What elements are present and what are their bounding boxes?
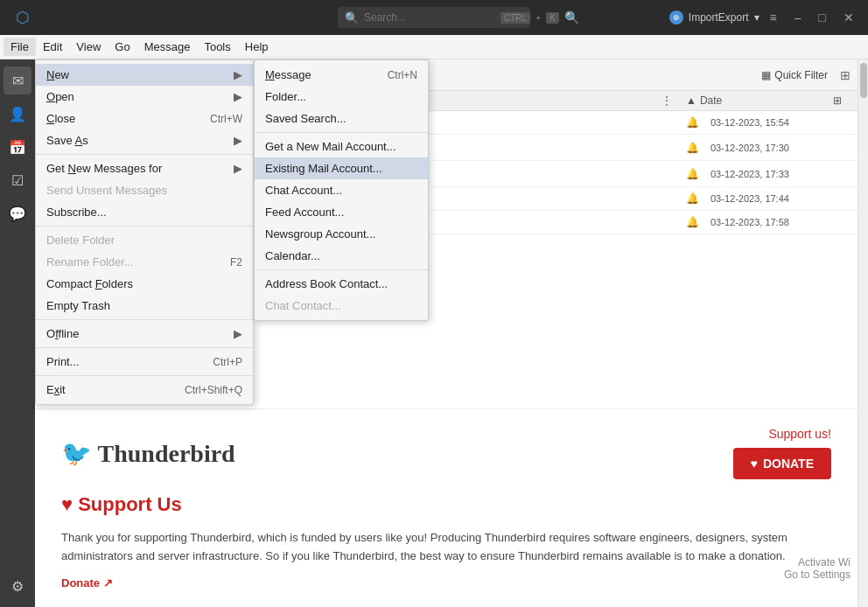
menu-tools[interactable]: Tools xyxy=(197,38,237,56)
menu-item-deletefolder[interactable]: Delete Folder xyxy=(36,229,253,251)
separator-5 xyxy=(36,375,253,376)
getnewmsg-arrow-icon: ▶ xyxy=(234,162,242,175)
msg-date-4: 03-12-2023, 17:44 xyxy=(710,193,850,204)
menu-item-exit-label: Exit xyxy=(46,383,66,396)
account-info: ⊕ ImportExport ▾ ≡ – □ ✕ xyxy=(669,9,859,26)
menu-item-subscribe[interactable]: Subscribe... xyxy=(36,201,253,223)
submenu-item-existingmailaccount[interactable]: Existing Mail Account... xyxy=(255,157,428,179)
menu-go[interactable]: Go xyxy=(108,38,136,56)
menu-item-exit[interactable]: Exit Ctrl+Shift+Q xyxy=(36,379,253,401)
submenu-item-newmailaccount-label: Get a New Mail Account... xyxy=(265,140,396,153)
open-arrow-icon: ▶ xyxy=(234,90,242,103)
submenu-item-chataccount[interactable]: Chat Account... xyxy=(255,179,428,201)
msg-date-5: 03-12-2023, 17:58 xyxy=(710,217,850,227)
print-shortcut: Ctrl+P xyxy=(213,356,242,368)
menu-item-print[interactable]: Print... Ctrl+P xyxy=(36,351,253,373)
quick-filter-button[interactable]: ▦ Quick Filter xyxy=(756,66,833,84)
search-bar[interactable]: 🔍 CTRL + K 🔍 xyxy=(338,7,530,28)
hamburger-icon[interactable]: ≡ xyxy=(765,9,782,26)
col-header-extra: ⊞ xyxy=(833,94,850,107)
calendar-icon[interactable]: 📅 xyxy=(4,133,32,161)
close-button[interactable]: ✕ xyxy=(838,9,859,26)
submenu-item-contact[interactable]: Address Book Contact... xyxy=(255,273,428,295)
menu-item-compactfolders[interactable]: Compact Folders xyxy=(36,273,253,295)
titlebar: ⬡ 🔍 CTRL + K 🔍 ⊕ ImportExport ▾ ≡ – □ ✕ xyxy=(0,0,868,35)
scrollbar[interactable] xyxy=(858,59,868,607)
support-area: 🐦 Thunderbird Support us! ♥ DONATE ♥ Sup… xyxy=(35,408,858,607)
thunderbird-logo-text: 🐦 Thunderbird xyxy=(61,439,235,468)
date-col-label: Date xyxy=(700,94,722,107)
submenu-item-newmailaccount[interactable]: Get a New Mail Account... xyxy=(255,136,428,157)
menu-item-sendunsent[interactable]: Send Unsent Messages xyxy=(36,179,253,201)
submenu-item-newsgroupaccount[interactable]: Newsgroup Account... xyxy=(255,223,428,245)
menu-item-renamefolder-label: Rename Folder... xyxy=(46,255,134,269)
tasks-icon[interactable]: ☑ xyxy=(4,166,32,194)
new-arrow-icon: ▶ xyxy=(234,68,242,81)
menu-item-compactfolders-label: Compact Folders xyxy=(46,277,133,290)
menu-item-getnewmsg[interactable]: Get New Messages for ▶ xyxy=(36,157,253,179)
msg-thread-5: 🔔 xyxy=(686,216,704,228)
separator-1 xyxy=(36,154,253,155)
menu-item-saveas-label: Save As xyxy=(46,134,88,147)
submenu-item-message[interactable]: Message Ctrl+N xyxy=(255,64,428,86)
menu-item-renamefolder[interactable]: Rename Folder... F2 xyxy=(36,251,253,273)
menu-help[interactable]: Help xyxy=(238,38,276,56)
date-sort-up-icon: ▲ xyxy=(686,94,696,107)
file-menu: New ▶ Open ▶ Close Ctrl+W Save As ▶ Get … xyxy=(35,59,254,405)
sidebar-icons: ✉ 👤 📅 ☑ 💬 ⚙ xyxy=(0,59,35,607)
submenu-item-folder-label: Folder... xyxy=(265,90,306,103)
maximize-button[interactable]: □ xyxy=(814,9,831,26)
submenu-item-savedsearch[interactable]: Saved Search... xyxy=(255,108,428,129)
submenu-item-calendar[interactable]: Calendar... xyxy=(255,245,428,267)
submenu-item-folder[interactable]: Folder... xyxy=(255,86,428,108)
menu-item-offline[interactable]: Offline ▶ xyxy=(36,323,253,345)
account-dot: ⊕ xyxy=(669,10,683,24)
msg-thread-4: 🔔 xyxy=(686,192,704,205)
submenu-item-feedaccount[interactable]: Feed Account... xyxy=(255,201,428,223)
menu-item-saveas[interactable]: Save As ▶ xyxy=(36,129,253,151)
donate-link[interactable]: Donate ↗ xyxy=(61,576,113,590)
menu-message[interactable]: Message xyxy=(137,38,198,56)
submenu-item-savedsearch-label: Saved Search... xyxy=(265,112,346,125)
support-body-text: Thank you for supporting Thunderbird, wh… xyxy=(61,529,831,566)
donate-button[interactable]: ♥ DONATE xyxy=(733,448,831,479)
separator-4 xyxy=(36,347,253,348)
menu-item-close[interactable]: Close Ctrl+W xyxy=(36,108,253,129)
donate-btn-label: DONATE xyxy=(763,457,814,471)
menu-item-sendunsent-label: Send Unsent Messages xyxy=(46,184,167,197)
filter-bars-icon: ▦ xyxy=(761,69,771,81)
search-input[interactable] xyxy=(364,11,495,24)
app-icon: ⬡ xyxy=(9,3,37,31)
offline-arrow-icon: ▶ xyxy=(234,327,242,340)
msg-date-3: 03-12-2023, 17:33 xyxy=(710,169,850,179)
scrollbar-thumb[interactable] xyxy=(860,63,867,98)
col-header-thread: ⋮ xyxy=(662,94,679,107)
search-icon: 🔍 xyxy=(345,11,359,24)
main-layout: ✉ 👤 📅 ☑ 💬 ⚙ New ▶ Open ▶ Close Ctrl+W Sa… xyxy=(0,59,868,607)
submenu-item-calendar-label: Calendar... xyxy=(265,249,320,262)
columns-icon[interactable]: ⊞ xyxy=(840,68,850,82)
minimize-button[interactable]: – xyxy=(789,9,807,26)
settings-icon[interactable]: ⚙ xyxy=(4,572,32,600)
msg-date-2: 03-12-2023, 17:30 xyxy=(710,143,850,153)
new-sep-2 xyxy=(255,269,428,270)
search-submit-icon[interactable]: 🔍 xyxy=(564,10,579,24)
menu-item-getnewmsg-label: Get New Messages for xyxy=(46,162,162,175)
mail-icon[interactable]: ✉ xyxy=(4,66,32,94)
account-dropdown-icon[interactable]: ▾ xyxy=(754,11,760,24)
renamefolder-shortcut: F2 xyxy=(230,256,242,269)
submenu-item-chatcontact[interactable]: Chat Contact... xyxy=(255,295,428,317)
chat-icon[interactable]: 💬 xyxy=(4,199,32,227)
contacts-icon[interactable]: 👤 xyxy=(4,100,32,128)
menu-file[interactable]: File xyxy=(4,38,36,56)
menu-item-open[interactable]: Open ▶ xyxy=(36,86,253,108)
col-header-date[interactable]: ▲ Date xyxy=(686,94,826,107)
menu-edit[interactable]: Edit xyxy=(36,38,69,56)
menu-item-new[interactable]: New ▶ xyxy=(36,64,253,86)
menu-item-emptytrash[interactable]: Empty Trash xyxy=(36,295,253,317)
menu-item-print-label: Print... xyxy=(46,355,80,368)
menu-view[interactable]: View xyxy=(69,38,108,56)
exit-shortcut: Ctrl+Shift+Q xyxy=(185,384,242,396)
support-title: ♥ Support Us xyxy=(61,493,831,516)
menu-item-open-label: Open xyxy=(46,90,74,103)
